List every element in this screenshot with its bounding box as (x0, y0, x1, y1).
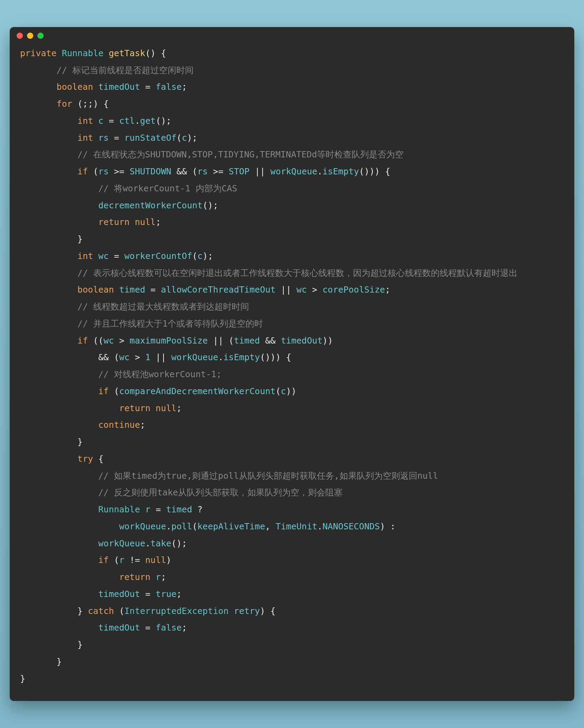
code-token (104, 48, 109, 58)
code-token: . (166, 521, 171, 531)
code-token: ; (385, 285, 390, 295)
code-token: catch (88, 606, 114, 616)
code-token: (); (171, 538, 187, 548)
code-token: || ( (208, 336, 234, 346)
code-token (93, 82, 98, 92)
code-token: // 线程数超过最大线程数或者到达超时时间 (78, 302, 249, 312)
code-token (114, 285, 119, 295)
code-token: ; (182, 623, 187, 633)
code-token: c (197, 251, 203, 261)
code-token: ( (114, 606, 124, 616)
code-token: STOP (229, 166, 249, 176)
code-token: try (78, 454, 93, 464)
code-token: = (140, 82, 156, 92)
code-token: rs (98, 166, 109, 176)
code-token: ; (182, 82, 187, 92)
code-token: retry (234, 606, 260, 616)
code-token: r (119, 555, 124, 565)
code-token: workerCountOf (124, 251, 192, 261)
code-token: (;;) { (72, 99, 109, 109)
code-token: timed (234, 336, 260, 346)
code-token: (( (88, 336, 104, 346)
code-token: || (150, 352, 171, 362)
code-token: ())) { (359, 166, 390, 176)
code-token: allowCoreThreadTimeOut (161, 285, 275, 295)
code-token: // 并且工作线程大于1个或者等待队列是空的时 (78, 319, 263, 329)
code-token: boolean (56, 82, 93, 92)
code-token (20, 521, 119, 531)
code-token: ( (276, 386, 281, 396)
code-token: r (145, 504, 150, 514)
close-icon[interactable] (17, 33, 23, 39)
code-block: private Runnable getTask() { // 标记当前线程是否… (10, 42, 574, 701)
code-token: workQueue (98, 538, 145, 548)
code-token: // 标记当前线程是否超过空闲时间 (56, 65, 193, 75)
code-token: null (156, 403, 176, 413)
code-token: // 反之则使用take从队列头部获取，如果队列为空，则会阻塞 (98, 487, 343, 497)
code-token: InterruptedException (124, 606, 229, 616)
code-token (20, 487, 98, 497)
code-token: keepAliveTime (197, 521, 265, 531)
code-token: ( (192, 251, 197, 261)
code-token: ( (109, 386, 119, 396)
code-token: ; (156, 217, 161, 227)
code-token: Runnable (62, 48, 103, 58)
code-token: workQueue (119, 521, 166, 531)
code-token: timedOut (98, 623, 140, 633)
code-token (20, 251, 78, 261)
code-token: // 对线程池workerCount-1; (98, 369, 222, 379)
code-token (20, 555, 98, 565)
code-token: || (276, 285, 297, 295)
code-token: != (124, 555, 145, 565)
code-token: ); (203, 251, 213, 261)
code-token: // 在线程状态为SHUTDOWN,STOP,TIDYING,TERMINATE… (78, 149, 404, 159)
code-token: } (20, 640, 83, 650)
code-token (20, 200, 98, 210)
code-token: ( (177, 133, 182, 143)
code-token: > (130, 352, 145, 362)
code-token (140, 504, 145, 514)
code-token (93, 251, 98, 261)
code-token (20, 99, 56, 109)
code-token: if (98, 386, 109, 396)
code-token: isEmpty (322, 166, 359, 176)
code-token: null (145, 555, 166, 565)
code-token: ctl (119, 116, 135, 126)
code-token (130, 217, 135, 227)
code-token: take (150, 538, 171, 548)
code-token: ; (177, 403, 182, 413)
code-token (20, 166, 78, 176)
code-token: > (114, 336, 130, 346)
code-token (56, 48, 62, 58)
code-token: wc (297, 285, 307, 295)
code-token: rs (197, 166, 208, 176)
code-token: workQueue (171, 352, 218, 362)
code-token (229, 606, 234, 616)
maximize-icon[interactable] (37, 33, 44, 39)
code-token: . (317, 521, 322, 531)
code-token: } (20, 234, 83, 244)
code-token (20, 217, 98, 227)
titlebar (10, 27, 574, 42)
code-token: int (78, 133, 93, 143)
code-token: wc (119, 352, 130, 362)
code-token: workQueue (271, 166, 317, 176)
code-token: true (156, 589, 176, 599)
code-token: rs (98, 133, 109, 143)
code-token: )) (322, 336, 333, 346)
code-token: > (307, 285, 322, 295)
code-token: decrementWorkerCount (98, 200, 203, 210)
code-token: = (104, 116, 119, 126)
code-token (20, 149, 78, 159)
minimize-icon[interactable] (27, 33, 33, 39)
code-token (20, 133, 78, 143)
code-token: ) (166, 555, 171, 565)
code-token (93, 116, 98, 126)
code-token: r (156, 572, 161, 582)
code-token: null (135, 217, 156, 227)
code-token: ())) { (260, 352, 291, 362)
code-token: () { (145, 48, 166, 58)
code-token: wc (98, 251, 109, 261)
code-token: wc (104, 336, 114, 346)
code-token: . (145, 538, 150, 548)
